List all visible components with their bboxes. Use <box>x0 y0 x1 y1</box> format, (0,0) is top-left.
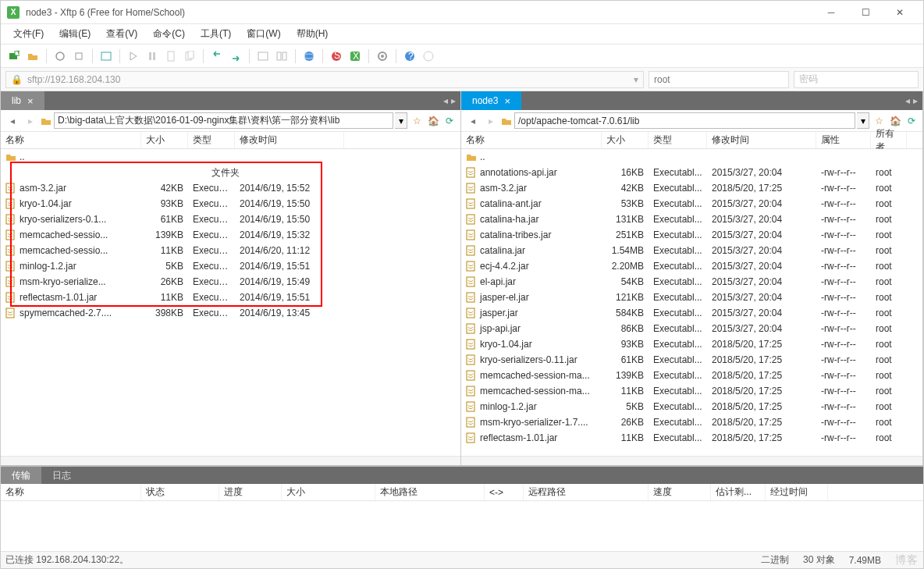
password-field[interactable]: 密码 <box>794 71 919 88</box>
tcol-status[interactable]: 状态 <box>141 484 219 500</box>
tcol-speed[interactable]: 速度 <box>649 484 711 500</box>
tab-transfer[interactable]: 传输 <box>1 467 41 484</box>
reconnect-icon[interactable] <box>52 48 69 65</box>
refresh-icon[interactable]: ⟳ <box>442 114 457 128</box>
file-row[interactable]: memcached-session-ma...139KBExecutabl...… <box>461 368 922 383</box>
menu-tool[interactable]: 工具(T) <box>193 24 239 44</box>
tcol-local[interactable]: 本地路径 <box>375 484 485 500</box>
pause-icon[interactable] <box>144 48 161 65</box>
star-icon[interactable]: ☆ <box>410 114 424 128</box>
home-icon[interactable]: 🏠 <box>888 114 902 128</box>
col-size[interactable]: 大小 <box>602 132 649 148</box>
col-size[interactable]: 大小 <box>141 132 188 148</box>
file-row[interactable]: catalina-ha.jar131KBExecutabl...2015/3/2… <box>461 212 922 227</box>
parent-dir-row[interactable]: .. <box>1 149 460 165</box>
col-type[interactable]: 类型 <box>188 132 235 148</box>
menu-cmd[interactable]: 命令(C) <box>145 24 193 44</box>
file-row[interactable]: annotations-api.jar16KBExecutabl...2015/… <box>461 165 922 180</box>
file-row[interactable]: minlog-1.2.jar5KBExecutabl...2018/5/20, … <box>461 399 922 414</box>
left-path-input[interactable]: D:\big-data\上官大数据\2016-01-09-nginx集群\资料\… <box>54 112 393 129</box>
sync-right-icon[interactable] <box>227 48 244 65</box>
new-session-icon[interactable]: + <box>5 48 23 65</box>
refresh-icon[interactable]: ⟳ <box>904 114 919 128</box>
red-s-icon[interactable]: S <box>328 48 345 65</box>
right-path-input[interactable]: /opt/apache-tomcat-7.0.61/lib <box>514 112 855 129</box>
play-icon[interactable] <box>125 48 142 65</box>
fwd-button[interactable]: ▸ <box>483 113 499 129</box>
col-attr[interactable]: 属性 <box>816 132 871 148</box>
docs-icon[interactable] <box>181 48 198 65</box>
file-row[interactable]: catalina-ant.jar53KBExecutabl...2015/3/2… <box>461 196 922 212</box>
col-modified[interactable]: 修改时间 <box>707 132 816 148</box>
right-file-list[interactable]: .. annotations-api.jar16KBExecutabl...20… <box>461 149 922 456</box>
file-row[interactable]: msm-kryo-serializer-1.7....26KBExecutabl… <box>461 414 922 430</box>
file-row[interactable]: kryo-1.04.jar93KBExecutabl...2018/5/20, … <box>461 336 922 352</box>
file-row[interactable]: catalina.jar1.54MBExecutabl...2015/3/27,… <box>461 243 922 258</box>
file-row[interactable]: jasper-el.jar121KBExecutabl...2015/3/27,… <box>461 290 922 305</box>
dropdown-icon[interactable]: ▾ <box>634 74 638 85</box>
path-dropdown-icon[interactable]: ▾ <box>857 112 869 129</box>
col-name[interactable]: 名称 <box>461 132 602 148</box>
tab-log[interactable]: 日志 <box>41 467 82 484</box>
file-row[interactable]: msm-kryo-serialize...26KBExecutabl...201… <box>1 274 460 290</box>
tab-node3[interactable]: node3 × <box>461 91 521 110</box>
info-icon[interactable] <box>420 48 437 65</box>
menu-view[interactable]: 查看(V) <box>98 24 145 44</box>
menu-help[interactable]: 帮助(H) <box>289 24 336 44</box>
file-row[interactable]: reflectasm-1.01.jar11KBExecutabl...2018/… <box>461 430 922 446</box>
file-row[interactable]: memcached-sessio...139KBExecutabl...2014… <box>1 227 460 243</box>
back-button[interactable]: ◂ <box>465 113 481 129</box>
help-icon[interactable]: ? <box>401 48 418 65</box>
tcol-elapsed[interactable]: 经过时间 <box>766 484 828 500</box>
left-scrollbar[interactable] <box>1 456 460 465</box>
right-scrollbar[interactable] <box>461 456 922 465</box>
tab-close-icon[interactable]: × <box>27 95 34 107</box>
open-folder-icon[interactable] <box>24 48 41 65</box>
file-row[interactable]: memcached-session-ma...11KBExecutabl...2… <box>461 383 922 399</box>
file-row[interactable]: catalina-tribes.jar251KBExecutabl...2015… <box>461 227 922 243</box>
disconnect-icon[interactable] <box>70 48 87 65</box>
gear-icon[interactable] <box>374 48 391 65</box>
menu-window[interactable]: 窗口(W) <box>239 24 288 44</box>
sync-left-icon[interactable] <box>208 48 226 65</box>
tcol-size[interactable]: 大小 <box>282 484 375 500</box>
file-row[interactable]: kryo-serializers-0.11.jar61KBExecutabl..… <box>461 352 922 368</box>
menu-edit[interactable]: 编辑(E) <box>52 24 98 44</box>
back-button[interactable]: ◂ <box>5 113 20 129</box>
parent-dir-row[interactable]: .. <box>461 149 922 165</box>
file-row[interactable]: minlog-1.2.jar5KBExecutabl...2014/6/19, … <box>1 258 460 274</box>
col-type[interactable]: 类型 <box>649 132 707 148</box>
fwd-button[interactable]: ▸ <box>23 113 38 129</box>
file-row[interactable]: ecj-4.4.2.jar2.20MBExecutabl...2015/3/27… <box>461 258 922 274</box>
file-row[interactable]: memcached-sessio...11KBExecutabl...2014/… <box>1 243 460 258</box>
file-row[interactable]: jsp-api.jar86KBExecutabl...2015/3/27, 20… <box>461 321 922 336</box>
globe-icon[interactable] <box>300 48 318 65</box>
path-dropdown-icon[interactable]: ▾ <box>395 112 407 129</box>
tab-prev-icon[interactable]: ◂ <box>443 95 448 106</box>
green-x-icon[interactable]: X <box>346 48 364 65</box>
tab-prev-icon[interactable]: ◂ <box>905 95 910 106</box>
file-row[interactable]: spymemcached-2.7....398KBExecutabl...201… <box>1 305 460 321</box>
tab-next-icon[interactable]: ▸ <box>913 95 918 106</box>
close-button[interactable]: ✕ <box>883 2 917 23</box>
maximize-button[interactable]: ☐ <box>848 2 883 23</box>
home-icon[interactable]: 🏠 <box>426 114 440 128</box>
file-row[interactable]: reflectasm-1.01.jar11KBExecutabl...2014/… <box>1 290 460 305</box>
file-row[interactable]: kryo-1.04.jar93KBExecutabl...2014/6/19, … <box>1 196 460 212</box>
star-icon[interactable]: ☆ <box>872 114 886 128</box>
tcol-remote[interactable]: 远程路径 <box>524 484 649 500</box>
tab-lib[interactable]: lib × <box>1 91 44 110</box>
tab-next-icon[interactable]: ▸ <box>451 95 456 106</box>
col-owner[interactable]: 所有者 <box>871 132 907 148</box>
file-row[interactable]: asm-3.2.jar42KBExecutabl...2018/5/20, 17… <box>461 180 922 196</box>
menu-file[interactable]: 文件(F) <box>5 24 52 44</box>
address-field[interactable]: 🔒 sftp://192.168.204.130 ▾ <box>5 71 644 88</box>
tcol-sep[interactable]: <-> <box>485 484 524 500</box>
file-row[interactable]: kryo-serializers-0.1...61KBExecutabl...2… <box>1 212 460 227</box>
layout1-icon[interactable] <box>254 48 272 65</box>
layout2-icon[interactable] <box>273 48 290 65</box>
tcol-progress[interactable]: 进度 <box>219 484 282 500</box>
minimize-button[interactable]: ─ <box>814 2 848 23</box>
file-row[interactable]: jasper.jar584KBExecutabl...2015/3/27, 20… <box>461 305 922 321</box>
file-row[interactable]: asm-3.2.jar42KBExecutabl...2014/6/19, 15… <box>1 180 460 196</box>
